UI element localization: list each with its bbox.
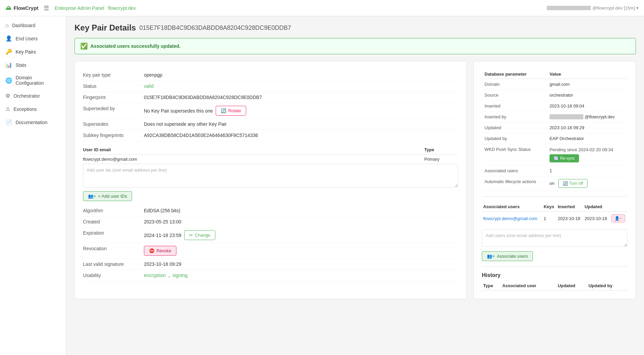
- assoc-user-row: flowcrypt.demo@gmail.com 1 2023-10-18 20…: [482, 212, 627, 225]
- row-status: Status valid: [83, 81, 458, 92]
- lifecycle-icon: 🔄: [563, 181, 568, 186]
- doc-icon: 📄: [5, 119, 12, 125]
- row-expiration: Expiration 2024-11-18 23:59 ✏ Change: [83, 228, 458, 243]
- assoc-user-keys: 1: [542, 212, 557, 225]
- key-icon: 🔑: [5, 48, 12, 55]
- history-col-updated: Updated: [556, 281, 587, 291]
- sidebar-label-dashboard: Dashboard: [12, 23, 36, 28]
- db-row-updated-by: Updated by EAP Orchestrator: [482, 133, 627, 144]
- revoke-icon: ⛔: [149, 248, 154, 253]
- home-icon: ⌂: [5, 22, 9, 28]
- resync-button[interactable]: 🔄 Re-sync: [550, 154, 579, 162]
- divider2: [482, 267, 627, 267]
- user-id-row: flowcrypt.demo@gmail.com Primary: [83, 155, 458, 164]
- edit-icon: ✏: [189, 233, 193, 238]
- db-row-updated: Updated 2023-10-18 09:29: [482, 122, 627, 133]
- main-content: Key Pair Details 015E7F18DB4C9D63DABDD8A…: [66, 16, 644, 355]
- db-row-assoc-users: Associated users 1: [482, 165, 627, 176]
- top-nav: ⛰ FlowCrypt ☰ Enterprise Admin Panel flo…: [0, 0, 644, 16]
- row-superseded-by: Superseded by No Key Pair supersedes thi…: [83, 103, 458, 119]
- sidebar-label-orchestrator: Orchestrator: [14, 93, 40, 99]
- row-last-valid: Last valid signature 2023-10-18 09:29: [83, 259, 458, 270]
- row-subkey: Subkey fingerprints A92CA38DB58CD4D1A5E0…: [83, 130, 458, 141]
- user-id-section: User ID email Type flowcrypt.demo@gmail.…: [83, 145, 458, 201]
- orchestrator-icon: ⚙: [5, 93, 10, 99]
- assoc-users-table: Associated users Keys Inserted Updated f…: [482, 202, 627, 225]
- db-row-source: Source orchestrator: [482, 90, 627, 101]
- assoc-user-email[interactable]: flowcrypt.demo@gmail.com: [482, 212, 542, 225]
- logo: ⛰ FlowCrypt: [5, 4, 38, 12]
- history-col-type: Type: [482, 281, 501, 291]
- usability-signing: signing: [172, 273, 187, 278]
- rotate-icon: 🔄: [221, 108, 226, 113]
- logo-icon: ⛰: [5, 4, 12, 12]
- app-body: ⌂ Dashboard 👤 End Users 🔑 Key Pairs 📊 St…: [0, 16, 644, 355]
- warning-icon: ⚠: [5, 106, 10, 112]
- breadcrumb: Enterprise Admin Panel flowcrypt.dev: [55, 5, 136, 11]
- db-row-lifecycle: Automatic lifecycle actions on 🔄 Turn of…: [482, 176, 627, 191]
- db-row-inserted: Inserted 2023-10-18 09:04: [482, 101, 627, 112]
- change-expiration-button[interactable]: ✏ Change: [184, 230, 216, 240]
- logo-text: FlowCrypt: [14, 5, 38, 11]
- page-title: Key Pair Details 015E7F18DB4C9D63DABDD8A…: [74, 23, 636, 33]
- db-row-inserted-by: Inserted by @flowcrypt.dev: [482, 112, 627, 122]
- stats-icon: 📊: [5, 62, 12, 68]
- usability-comma: ,: [169, 273, 170, 278]
- assoc-col-updated: Updated: [583, 202, 610, 212]
- history-col-assoc-user: Associated user: [501, 281, 556, 291]
- row-fingerprint: Fingerprint 015E7F18DB4C9D63DABDD8A8204C…: [83, 92, 458, 103]
- row-supersedes: Supersedes Does not supersede any other …: [83, 119, 458, 130]
- key-details-card: Key pair type openpgp Status valid Finge…: [74, 61, 467, 299]
- assoc-user-inserted: 2023-10-18: [556, 212, 583, 225]
- sidebar-item-key-pairs[interactable]: 🔑 Key Pairs: [0, 45, 66, 58]
- row-algorithm: Algorithm EdDSA (256 bits): [83, 205, 458, 216]
- sidebar-label-key-pairs: Key Pairs: [16, 49, 36, 55]
- add-user-ids-textarea[interactable]: [83, 164, 458, 188]
- sidebar-item-documentation[interactable]: 📄 Documentation: [0, 116, 66, 129]
- user-session: @flowcrypt.dev [15m] ▾: [547, 5, 639, 11]
- user-email-blurred: [547, 6, 591, 10]
- success-icon: ✅: [80, 42, 88, 50]
- sidebar-label-stats: Stats: [16, 62, 26, 68]
- history-section: History Type Associated user Updated Upd…: [482, 272, 627, 291]
- revoke-button[interactable]: ⛔ Revoke: [144, 246, 176, 256]
- assoc-user-updated: 2023-10-18: [583, 212, 610, 225]
- user-id-header: User ID email Type: [83, 145, 458, 155]
- sidebar-label-exceptions: Exceptions: [14, 106, 37, 112]
- sidebar-item-end-users[interactable]: 👤 End Users: [0, 32, 66, 45]
- history-table: Type Associated user Updated Updated by: [482, 281, 627, 291]
- divider: [482, 196, 627, 197]
- history-col-updated-by: Updated by: [587, 281, 627, 291]
- sidebar-item-stats[interactable]: 📊 Stats: [0, 58, 66, 72]
- db-params-card: Database parameter Value Domain gmail.co…: [473, 61, 636, 299]
- add-user-ids-button[interactable]: 👥+ + Add user IDs: [83, 191, 132, 201]
- globe-icon: 🌐: [5, 77, 12, 84]
- sidebar-item-dashboard[interactable]: ⌂ Dashboard: [0, 19, 66, 32]
- sidebar-item-orchestrator[interactable]: ⚙ Orchestrator: [0, 89, 66, 102]
- row-usability: Usability encryption , signing: [83, 270, 458, 281]
- associate-users-button[interactable]: 👥+ Associate users: [482, 251, 533, 261]
- sidebar-item-domain-configuration[interactable]: 🌐 Domain Configuration: [0, 72, 66, 89]
- db-row-domain: Domain gmail.com: [482, 79, 627, 90]
- assoc-icon: 👥+: [487, 254, 495, 259]
- assoc-users-section: Associated users Keys Inserted Updated f…: [482, 202, 627, 261]
- sidebar-label-domain-config: Domain Configuration: [16, 75, 61, 86]
- rotate-button[interactable]: 🔄 Rotate: [216, 106, 246, 116]
- assoc-col-keys: Keys: [542, 202, 557, 212]
- db-row-wkd: WKD Push Sync Status Pending since 2024-…: [482, 144, 627, 165]
- add-users-textarea[interactable]: [482, 229, 627, 247]
- remove-user-button[interactable]: 👤−: [611, 214, 625, 222]
- db-params-table: Database parameter Value Domain gmail.co…: [482, 70, 627, 191]
- user-icon: 👤: [5, 35, 12, 42]
- sidebar-item-exceptions[interactable]: ⚠ Exceptions: [0, 102, 66, 116]
- row-key-pair-type: Key pair type openpgp: [83, 70, 458, 81]
- menu-icon[interactable]: ☰: [44, 4, 49, 12]
- sync-icon: 🔄: [554, 156, 559, 161]
- db-col-param: Database parameter: [482, 70, 547, 79]
- inserted-by-blurred: [550, 114, 583, 119]
- success-message: Associated users successfully updated.: [90, 43, 180, 49]
- turn-off-button[interactable]: 🔄 Turn off: [558, 179, 587, 188]
- add-user-icon: 👥+: [88, 194, 96, 199]
- assoc-col-users: Associated users: [482, 202, 542, 212]
- nav-left: ⛰ FlowCrypt ☰ Enterprise Admin Panel flo…: [5, 4, 136, 12]
